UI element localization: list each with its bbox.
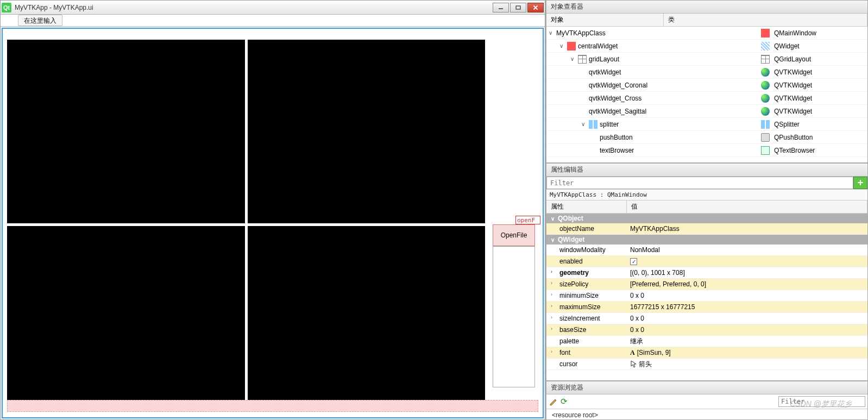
chevron-right-icon[interactable]: ›: [551, 269, 552, 274]
property-value[interactable]: A[SimSun, 9]: [627, 349, 867, 357]
tree-object-name: MyVTKAppClass: [556, 29, 606, 37]
text-browser-widget[interactable]: [493, 246, 535, 387]
qvtkwidget-coronal-pane[interactable]: [248, 40, 486, 223]
property-row[interactable]: ›fontA[SimSun, 9]: [546, 347, 867, 359]
value-text: 16777215 x 16777215: [630, 303, 695, 311]
property-row[interactable]: windowModalityNonModal: [546, 245, 867, 256]
class-icon: [761, 94, 770, 103]
form-canvas[interactable]: openF OpenFile clicked(): [2, 28, 544, 418]
tree-row[interactable]: ∨centralWidgetQWidget: [546, 40, 867, 53]
tree-object-name: qvtkWidget: [589, 68, 621, 76]
add-dynamic-property-button[interactable]: +: [853, 177, 867, 189]
resource-filter-input[interactable]: [778, 396, 865, 407]
object-inspector-panel: 对象查看器 对象 类 ∨MyVTKAppClassQMainWindow∨cen…: [546, 0, 868, 163]
class-icon: [761, 133, 770, 142]
tree-expander-icon[interactable]: ∨: [549, 30, 556, 36]
value-column-header[interactable]: 值: [627, 200, 867, 213]
close-button[interactable]: [527, 3, 544, 12]
property-column-header[interactable]: 属性: [546, 200, 627, 213]
maximize-button[interactable]: [510, 3, 526, 12]
tree-row[interactable]: pushButtonQPushButton: [546, 131, 867, 144]
tree-row[interactable]: ∨MyVTKAppClassQMainWindow: [546, 27, 867, 40]
object-tree[interactable]: 对象 类 ∨MyVTKAppClassQMainWindow∨centralWi…: [546, 14, 867, 162]
class-name: QGridLayout: [774, 55, 811, 63]
class-name: QVTKWidget: [774, 108, 812, 115]
property-group-header[interactable]: ∨QObject: [546, 214, 867, 223]
tree-row[interactable]: qvtkWidget_SagittalQVTKWidget: [546, 105, 867, 118]
property-value[interactable]: 16777215 x 16777215: [627, 303, 867, 311]
value-text: 继承: [630, 337, 643, 346]
property-row[interactable]: ›minimumSize0 x 0: [546, 290, 867, 302]
reload-icon[interactable]: ⟳: [561, 397, 570, 406]
property-group-header[interactable]: ∨QWidget: [546, 235, 867, 245]
property-value[interactable]: 箭头: [627, 360, 867, 369]
group-name: QWidget: [558, 236, 584, 243]
property-name: ›maximumSize: [546, 303, 627, 311]
property-value[interactable]: 0 x 0: [627, 326, 867, 334]
chevron-right-icon[interactable]: ›: [551, 349, 552, 354]
tree-row[interactable]: ∨splitterQSplitter: [546, 118, 867, 131]
tree-class-cell: QVTKWidget: [761, 68, 867, 77]
tree-row[interactable]: qvtkWidgetQVTKWidget: [546, 66, 867, 79]
property-value[interactable]: [(0, 0), 1001 x 708]: [627, 269, 867, 277]
checkbox-icon[interactable]: ✓: [630, 258, 637, 265]
chevron-right-icon[interactable]: ›: [551, 315, 552, 320]
property-row[interactable]: palette继承: [546, 336, 867, 347]
chevron-right-icon[interactable]: ›: [551, 280, 552, 286]
property-value[interactable]: [Preferred, Preferred, 0, 0]: [627, 280, 867, 288]
property-value[interactable]: NonModal: [627, 246, 867, 254]
class-column-header[interactable]: 类: [664, 14, 867, 26]
tree-row[interactable]: ∨gridLayoutQGridLayout: [546, 53, 867, 66]
tree-object-name: qvtkWidget_Sagittal: [589, 108, 646, 115]
property-value[interactable]: MyVTKAppClass: [627, 225, 867, 233]
property-row[interactable]: ›maximumSize16777215 x 16777215: [546, 302, 867, 313]
class-icon: [761, 81, 770, 90]
edit-resources-icon[interactable]: [549, 397, 558, 406]
property-name: windowModality: [546, 246, 627, 254]
property-row[interactable]: ›sizeIncrement0 x 0: [546, 313, 867, 324]
property-name: ›sizeIncrement: [546, 315, 627, 322]
tree-expander-icon[interactable]: ∨: [581, 121, 589, 127]
type-here-entry[interactable]: 在这里输入: [18, 15, 62, 26]
qvtkwidget-cross-pane[interactable]: [7, 226, 245, 410]
tree-row[interactable]: qvtkWidget_CrossQVTKWidget: [546, 92, 867, 105]
property-row[interactable]: ›sizePolicy[Preferred, Preferred, 0, 0]: [546, 279, 867, 290]
qvtkwidget-sagittal-pane[interactable]: [248, 226, 486, 410]
tree-object-name: centralWidget: [578, 42, 618, 50]
statusbar-strip[interactable]: [7, 400, 538, 412]
property-value[interactable]: ✓: [627, 258, 867, 265]
openfile-pushbutton[interactable]: OpenFile clicked(): [493, 224, 535, 246]
property-row[interactable]: ›baseSize0 x 0: [546, 324, 867, 336]
tree-expander-icon[interactable]: ∨: [570, 56, 578, 62]
tree-object-name: pushButton: [600, 134, 633, 141]
property-value[interactable]: 0 x 0: [627, 292, 867, 299]
tree-expander-icon[interactable]: ∨: [559, 43, 567, 49]
tree-item-icon: [578, 55, 587, 64]
class-icon: [761, 146, 770, 155]
value-text: 0 x 0: [630, 292, 644, 299]
property-filter-input[interactable]: [546, 177, 853, 189]
property-name: ›baseSize: [546, 326, 627, 334]
tree-class-cell: QPushButton: [761, 133, 867, 142]
tree-row[interactable]: qvtkWidget_CoronalQVTKWidget: [546, 79, 867, 92]
tree-object-name: textBrowser: [600, 147, 634, 154]
property-row[interactable]: cursor箭头: [546, 359, 867, 370]
chevron-right-icon[interactable]: ›: [551, 303, 552, 309]
object-column-header[interactable]: 对象: [546, 14, 664, 26]
class-name: QVTKWidget: [774, 82, 812, 89]
resource-root-label[interactable]: <resource root>: [546, 409, 867, 420]
minimize-button[interactable]: [493, 3, 509, 12]
property-value[interactable]: 0 x 0: [627, 315, 867, 322]
property-row[interactable]: ›geometry[(0, 0), 1001 x 708]: [546, 267, 867, 279]
value-text: 0 x 0: [630, 315, 644, 322]
property-row[interactable]: objectNameMyVTKAppClass: [546, 223, 867, 235]
property-table-body[interactable]: ∨QObjectobjectNameMyVTKAppClass∨QWidgetw…: [546, 214, 867, 380]
chevron-right-icon[interactable]: ›: [551, 326, 552, 331]
chevron-right-icon[interactable]: ›: [551, 292, 552, 297]
value-text: [Preferred, Preferred, 0, 0]: [630, 280, 706, 288]
property-value[interactable]: 继承: [627, 337, 867, 346]
property-row[interactable]: enabled✓: [546, 256, 867, 267]
property-table-header: 属性 值: [546, 200, 867, 214]
tree-row[interactable]: textBrowserQTextBrowser: [546, 144, 867, 157]
qvtkwidget-pane[interactable]: [7, 40, 245, 223]
